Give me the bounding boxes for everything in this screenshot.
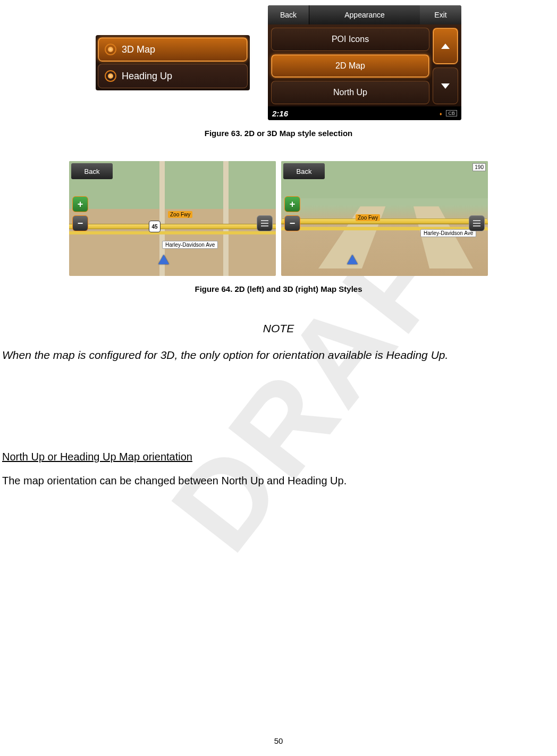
back-button[interactable]: Back xyxy=(268,5,309,24)
map-menu-button[interactable] xyxy=(469,215,485,231)
figure-63-caption: Figure 63. 2D or 3D Map style selection xyxy=(0,129,557,138)
cb-badge: CB xyxy=(446,110,457,116)
figure-64: 45 Zoo Fwy Harley-Davidson Ave Back + − … xyxy=(0,161,557,276)
appearance-screen: Back Appearance Exit POI Icons 2D Map No… xyxy=(268,5,461,120)
zoom-in-button[interactable]: + xyxy=(72,196,88,212)
scroll-up-button[interactable] xyxy=(433,28,458,64)
hd-icon: ⬧ xyxy=(439,110,443,116)
figure-63: 3D Map Heading Up Back Appearance Exit P… xyxy=(0,0,557,120)
scroll-down-button[interactable] xyxy=(433,68,458,104)
chevron-down-icon xyxy=(441,83,450,89)
position-arrow-icon xyxy=(158,255,169,264)
route-badge: 190 xyxy=(472,163,486,171)
section-body: The map orientation can be changed betwe… xyxy=(0,475,557,487)
page-number: 50 xyxy=(0,736,557,745)
zoom-out-button[interactable]: − xyxy=(72,215,88,231)
exit-button[interactable]: Exit xyxy=(420,5,461,24)
appearance-header: Back Appearance Exit xyxy=(268,5,461,24)
option-label: 3D Map xyxy=(122,44,155,55)
option-label: Heading Up xyxy=(122,71,172,82)
scroll-arrows xyxy=(433,28,458,104)
appearance-list: POI Icons 2D Map North Up xyxy=(271,28,429,104)
street-label: Harley-Davidson Ave xyxy=(420,229,476,237)
street-label: Harley-Davidson Ave xyxy=(162,241,218,249)
appearance-snippet: 3D Map Heading Up xyxy=(96,35,250,90)
option-heading-up[interactable]: Heading Up xyxy=(98,64,248,88)
item-poi-icons[interactable]: POI Icons xyxy=(271,28,429,51)
zoom-controls: + − xyxy=(72,196,88,231)
map-back-button[interactable]: Back xyxy=(71,163,113,179)
position-arrow-icon xyxy=(347,255,358,264)
exit-label: Zoo Fwy xyxy=(168,211,192,218)
zoom-out-button[interactable]: − xyxy=(284,215,300,231)
option-3d-map[interactable]: 3D Map xyxy=(98,37,248,62)
chevron-up-icon xyxy=(441,44,450,49)
item-north-up[interactable]: North Up xyxy=(271,81,429,104)
map-3d-view: Zoo Fwy Harley-Davidson Ave 190 Back + − xyxy=(281,161,488,276)
clock: 2:16 xyxy=(272,109,288,118)
screen-title: Appearance xyxy=(309,5,420,24)
radio-icon xyxy=(105,44,116,55)
exit-label: Zoo Fwy xyxy=(356,214,380,221)
item-2d-map[interactable]: 2D Map xyxy=(271,54,429,78)
highway-shield: 45 xyxy=(149,221,161,232)
map-back-button[interactable]: Back xyxy=(283,163,325,179)
radio-icon xyxy=(105,70,116,82)
zoom-in-button[interactable]: + xyxy=(284,196,300,212)
appearance-body: POI Icons 2D Map North Up xyxy=(268,24,461,106)
zoom-controls: + − xyxy=(284,196,300,231)
note-heading: NOTE xyxy=(0,322,557,335)
status-bar: 2:16 ⬧ CB xyxy=(268,106,461,120)
figure-64-caption: Figure 64. 2D (left) and 3D (right) Map … xyxy=(0,284,557,293)
map-2d-view: 45 Zoo Fwy Harley-Davidson Ave Back + − xyxy=(69,161,276,276)
section-heading: North Up or Heading Up Map orientation xyxy=(0,451,557,463)
map-menu-button[interactable] xyxy=(257,215,273,231)
note-body: When the map is configured for 3D, the o… xyxy=(0,349,557,362)
